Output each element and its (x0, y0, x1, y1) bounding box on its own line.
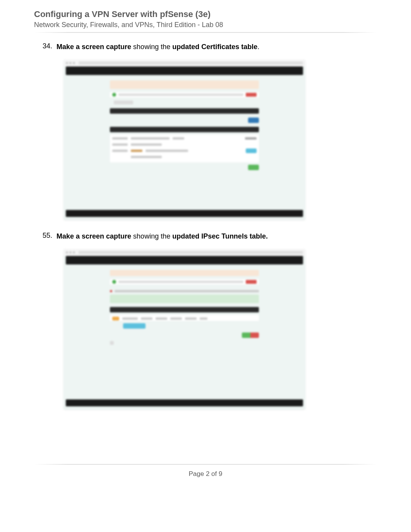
page-title: Configuring a VPN Server with pfSense (3… (34, 9, 377, 19)
item-text: Make a screen capture showing the update… (57, 42, 259, 52)
item-bold1: Make a screen capture (57, 232, 131, 240)
instruction-item: 34. Make a screen capture showing the up… (43, 42, 377, 52)
page-number: Page 2 of 9 (34, 470, 377, 478)
item-mid: showing the (131, 43, 172, 51)
screenshot-ipsec (63, 249, 305, 409)
item-bold2: updated IPsec Tunnels table. (172, 232, 268, 240)
item-bold2: updated Certificates table (172, 43, 257, 51)
item-number: 34. (43, 42, 57, 52)
item-mid: showing the (131, 232, 172, 240)
instruction-item: 55. Make a screen capture showing the up… (43, 232, 377, 241)
item-bold1: Make a screen capture (57, 43, 131, 51)
header-divider (34, 32, 377, 33)
footer-divider (34, 464, 377, 465)
item-text: Make a screen capture showing the update… (57, 232, 268, 241)
screenshot-certificates (63, 60, 305, 220)
item-number: 55. (43, 232, 57, 241)
item-tail: . (257, 43, 259, 51)
page-subtitle: Network Security, Firewalls, and VPNs, T… (34, 21, 377, 29)
